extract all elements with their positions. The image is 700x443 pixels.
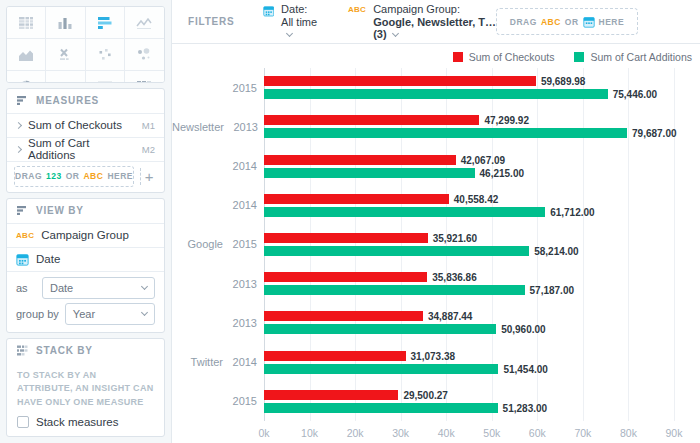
bar-sum-of-checkouts[interactable]: 34,887.44 xyxy=(264,311,423,321)
chart-row: 201442,067.0946,215.00 xyxy=(172,146,700,185)
legend-item-cart-additions[interactable]: Sum of Cart Additions xyxy=(574,51,692,63)
measure-item-cart-additions[interactable]: Sum of Cart Additions M2 xyxy=(7,137,164,161)
measure-label: Sum of Checkouts xyxy=(28,119,122,131)
legend-swatch-checkouts xyxy=(453,52,463,62)
filter-drop-zone[interactable]: DRAG ABC OR HERE xyxy=(496,8,638,35)
bar-sum-of-checkouts[interactable]: 35,836.86 xyxy=(264,272,427,282)
bar-sum-of-cart-additions[interactable]: 75,446.00 xyxy=(264,89,608,99)
bar-sum-of-checkouts[interactable]: 35,921.60 xyxy=(264,233,428,243)
year-label: 2015 xyxy=(227,238,257,250)
pie-chart-icon xyxy=(16,77,36,83)
calendar-icon xyxy=(583,16,595,28)
bar-sum-of-cart-additions[interactable]: 58,214.00 xyxy=(264,246,529,256)
scatter-plot-icon xyxy=(95,45,115,65)
row-labels: 2015 xyxy=(172,82,264,94)
app-window: MEASURES Sum of Checkouts M1 Sum of Cart… xyxy=(0,0,700,443)
vis-type-column-chart[interactable] xyxy=(46,7,85,39)
campaign-filter-label: Campaign Group: xyxy=(373,3,496,15)
chart-row: 201335,836.8657,187.00 xyxy=(172,264,700,303)
measure-tag: M2 xyxy=(142,144,155,155)
bar-value-label: 34,887.44 xyxy=(428,311,473,322)
as-label: as xyxy=(16,282,36,294)
date-filter-text: Date: All time xyxy=(281,3,320,40)
filter-bar: FILTERS Date: All time ABC Campaign Grou… xyxy=(172,0,700,44)
row-bars: 35,921.6058,214.00 xyxy=(264,233,674,256)
bar-sum-of-cart-additions[interactable]: 51,283.00 xyxy=(264,403,498,413)
bar-sum-of-checkouts[interactable]: 31,073.38 xyxy=(264,351,406,361)
chart-row: Newsletter201347,299.9279,687.00 xyxy=(172,107,700,146)
chevron-right-icon[interactable] xyxy=(15,145,22,152)
bar-sum-of-cart-additions[interactable]: 51,454.00 xyxy=(264,364,498,374)
date-filter-label: Date: xyxy=(281,3,320,15)
measures-header: MEASURES xyxy=(7,89,164,113)
vis-type-bar-chart-selected[interactable] xyxy=(86,7,125,39)
campaign-group-filter[interactable]: ABC Campaign Group: Google, Newsletter, … xyxy=(348,3,496,40)
date-dimension-select[interactable]: Date xyxy=(42,277,155,299)
bar-sum-of-cart-additions[interactable]: 46,215.00 xyxy=(264,168,475,178)
view-by-header: VIEW BY xyxy=(7,199,164,223)
row-labels: 2014 xyxy=(172,160,264,172)
vis-type-line-chart[interactable] xyxy=(125,7,164,39)
bar-sum-of-checkouts[interactable]: 29,500.27 xyxy=(264,390,398,400)
dz-123-badge: 123 xyxy=(46,171,62,181)
row-bars: 59,689.9875,446.00 xyxy=(264,76,674,99)
bar-value-label: 57,187.00 xyxy=(530,285,575,296)
bar-value-label: 51,283.00 xyxy=(503,402,548,413)
measures-title: MEASURES xyxy=(36,95,99,106)
as-config-row: as Date xyxy=(16,277,155,299)
dz-text: HERE xyxy=(107,171,133,181)
bar-sum-of-cart-additions[interactable]: 50,960.00 xyxy=(264,324,496,334)
vis-type-heatmap[interactable] xyxy=(125,71,164,83)
year-label: 2014 xyxy=(227,356,257,368)
campaign-filter-text: Campaign Group: Google, Newsletter, T… (… xyxy=(373,3,496,40)
stack-measures-checkbox[interactable] xyxy=(17,416,29,428)
bar-sum-of-cart-additions[interactable]: 61,712.00 xyxy=(264,207,545,217)
row-bars: 42,067.0946,215.00 xyxy=(264,155,674,178)
legend-item-checkouts[interactable]: Sum of Checkouts xyxy=(453,51,555,63)
x-axis-tick: 0k xyxy=(258,427,269,439)
vis-type-pie-chart[interactable] xyxy=(7,71,46,83)
bar-sum-of-checkouts[interactable]: 59,689.98 xyxy=(264,76,536,86)
group-label: Google xyxy=(172,238,223,250)
chevron-right-icon[interactable] xyxy=(15,121,22,128)
add-measure-button[interactable]: + xyxy=(140,168,157,185)
attribute-abc-icon: ABC xyxy=(348,5,366,40)
treemap-icon xyxy=(95,77,115,83)
date-filter-value[interactable]: All time xyxy=(281,16,320,40)
dz-text: OR xyxy=(565,17,579,27)
legend-swatch-cart-additions xyxy=(574,52,584,62)
view-by-label: Date xyxy=(36,253,60,265)
vis-type-scatter-plot[interactable] xyxy=(86,39,125,71)
stack-by-title: STACK BY xyxy=(36,345,93,356)
vis-type-table[interactable] xyxy=(7,7,46,39)
vis-type-headline[interactable] xyxy=(46,39,85,71)
bar-sum-of-checkouts[interactable]: 47,299.92 xyxy=(264,115,479,125)
chart-row: 201440,558.4261,712.00 xyxy=(172,186,700,225)
select-value: Date xyxy=(50,282,73,294)
view-by-item-date[interactable]: Date xyxy=(7,247,164,271)
stack-by-icon xyxy=(16,344,29,357)
vis-type-area-chart[interactable] xyxy=(7,39,46,71)
stack-measures-row[interactable]: Stack measures xyxy=(7,413,164,436)
chart-row: 201334,887.4450,960.00 xyxy=(172,303,700,342)
chevron-down-icon xyxy=(286,30,293,37)
vis-type-bubble-chart[interactable] xyxy=(125,39,164,71)
vis-type-donut-chart[interactable] xyxy=(46,71,85,83)
measures-drop-zone[interactable]: DRAG 123 OR ABC HERE xyxy=(14,166,134,187)
bar-value-label: 35,836.86 xyxy=(432,272,477,283)
heatmap-icon xyxy=(134,77,154,83)
bar-sum-of-checkouts[interactable]: 40,558.42 xyxy=(264,194,449,204)
vis-type-treemap[interactable] xyxy=(86,71,125,83)
stack-by-header: STACK BY xyxy=(7,339,164,363)
bar-sum-of-cart-additions[interactable]: 79,687.00 xyxy=(264,128,627,138)
view-by-item-campaign-group[interactable]: ABC Campaign Group xyxy=(7,223,164,247)
bar-value-label: 40,558.42 xyxy=(454,193,499,204)
bar-sum-of-checkouts[interactable]: 42,067.09 xyxy=(264,155,456,165)
campaign-filter-value[interactable]: Google, Newsletter, T… (3) xyxy=(373,16,496,40)
measure-item-checkouts[interactable]: Sum of Checkouts M1 xyxy=(7,113,164,137)
granularity-select[interactable]: Year xyxy=(65,303,155,325)
date-filter[interactable]: Date: All time xyxy=(263,3,320,40)
bar-sum-of-cart-additions[interactable]: 57,187.00 xyxy=(264,285,525,295)
year-label: 2015 xyxy=(227,395,257,407)
chart-rows: 201559,689.9875,446.00Newsletter201347,2… xyxy=(172,68,700,421)
